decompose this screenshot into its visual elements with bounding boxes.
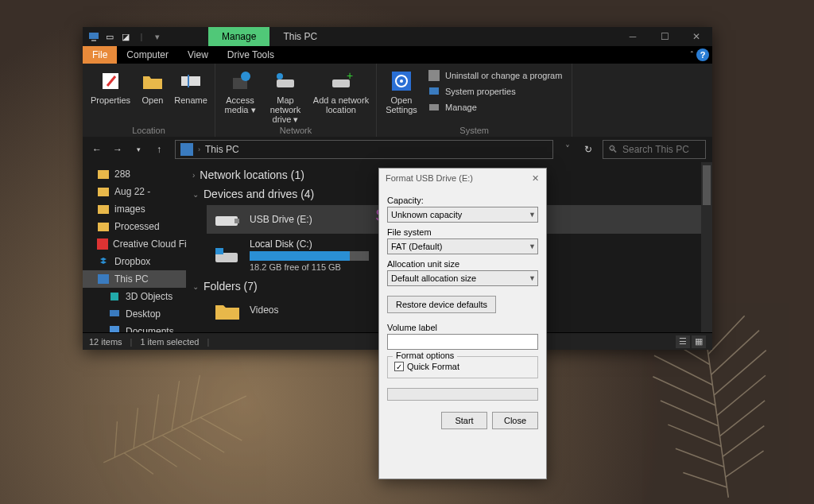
group-label: System [383,124,565,135]
svg-text:+: + [347,72,353,82]
volume-label-input[interactable] [387,334,538,350]
open-settings-button[interactable]: Open Settings [383,67,420,114]
filesystem-label: File system [387,227,538,237]
sidebar: 288Aug 22 -imagesProcessedCreative Cloud… [83,162,186,332]
chevron-right-icon: › [192,171,195,180]
collapse-ribbon-icon[interactable]: ˆ [691,51,693,60]
icons-view-button[interactable]: ▦ [692,335,706,348]
svg-rect-14 [428,70,440,81]
maximize-button[interactable]: ☐ [649,27,680,46]
sidebar-item-3d-objects[interactable]: 3D Objects [83,288,186,305]
sidebar-item-processed[interactable]: Processed [83,218,186,235]
start-button[interactable]: Start [441,412,487,429]
svg-rect-20 [215,216,238,226]
checkbox-icon[interactable]: ◪ [119,30,132,43]
address-path[interactable]: This PC [205,144,239,155]
capacity-label: Capacity: [387,196,538,205]
refresh-button[interactable]: ↻ [579,140,598,159]
manage-tab[interactable]: Manage [208,27,269,46]
chevron-right-icon: › [198,145,200,153]
pc-icon[interactable] [87,30,100,43]
details-view-button[interactable]: ☰ [676,335,690,348]
close-button[interactable]: ✕ [527,170,543,186]
sidebar-item-this-pc[interactable]: This PC [83,270,186,288]
allocation-label: Allocation unit size [387,259,538,269]
add-network-location-button[interactable]: + Add a network location [312,67,370,114]
filesystem-select[interactable]: FAT (Default)▼ [387,238,538,254]
status-item-count: 12 items [89,337,122,347]
sidebar-item-label: Documents [126,326,174,332]
chevron-down-icon: ⌄ [192,282,199,291]
3d-icon [108,290,121,303]
pc-icon [97,273,110,285]
usb-drive-icon [213,208,242,231]
chevron-down-icon: ▼ [529,211,536,219]
drive-tools-menu[interactable]: Drive Tools [218,46,284,64]
address-bar[interactable]: › This PC [175,140,553,159]
system-properties-button[interactable]: System properties [424,84,565,99]
sidebar-item-label: This PC [114,273,149,285]
quick-format-checkbox[interactable]: ✓ Quick Format [394,362,531,371]
back-button[interactable]: ← [89,142,105,157]
view-menu[interactable]: View [178,46,218,64]
sidebar-item-creative-cloud-fil[interactable]: Creative Cloud Fil [83,235,186,253]
open-button[interactable]: Open [137,67,169,105]
svg-rect-21 [235,219,239,223]
dropdown-icon[interactable]: ▾ [151,30,164,43]
capacity-select[interactable]: Unknown capacity▼ [387,207,538,223]
uninstall-program-button[interactable]: Uninstall or change a program [424,68,565,83]
allocation-select[interactable]: Default allocation size▼ [387,270,538,286]
forward-button[interactable]: → [110,142,126,157]
scrollbar-thumb[interactable] [703,165,711,205]
folder-icon [97,203,110,215]
map-drive-button[interactable]: Map network drive ▾ [263,67,308,124]
sidebar-item-label: Aug 22 - [114,186,150,197]
group-label: Network [222,124,370,135]
search-box[interactable]: 🔍︎ [603,140,706,159]
folder-icon [213,299,242,321]
recent-dropdown[interactable]: ▾ [130,142,146,157]
format-options-group: Format options ✓ Quick Format [387,356,538,378]
file-menu[interactable]: File [83,46,117,64]
folder-label: Videos [250,304,278,316]
divider-icon: | [135,30,148,43]
search-icon: 🔍︎ [608,144,618,155]
sidebar-item-dropbox[interactable]: Dropbox [83,253,186,270]
titlebar[interactable]: ▭ ◪ | ▾ Manage This PC ─ ☐ ✕ [83,27,712,46]
desktop-icon [108,308,121,320]
local-disk-icon [213,244,242,266]
sidebar-item-documents[interactable]: Documents [83,323,186,332]
sidebar-item-aug-22-[interactable]: Aug 22 - [83,183,186,200]
folder-icon [97,168,110,180]
close-button[interactable]: Close [492,412,538,429]
sidebar-item-desktop[interactable]: Desktop [83,305,186,323]
sidebar-item-images[interactable]: images [83,200,186,218]
access-media-button[interactable]: Access media ▾ [222,67,258,114]
folder-icon [97,220,110,233]
restore-defaults-button[interactable]: Restore device defaults [387,296,496,313]
dialog-titlebar[interactable]: Format USB Drive (E:) ✕ [379,169,546,188]
media-icon [227,68,253,94]
close-button[interactable]: ✕ [680,27,712,46]
drive-free-text: 18.2 GB free of 115 GB [250,262,369,272]
group-label: Location [89,124,208,135]
sidebar-item-288[interactable]: 288 [83,165,186,183]
drive-name: Local Disk (C:) [250,238,369,250]
search-input[interactable] [622,144,700,155]
settings-icon [389,68,414,94]
navigation-bar: ← → ▾ ↑ › This PC ˅ ↻ 🔍︎ [83,137,712,162]
up-button[interactable]: ↑ [151,142,167,157]
system-properties-icon [428,85,440,98]
properties-icon[interactable]: ▭ [103,30,116,43]
minimize-button[interactable]: ─ [617,27,649,46]
rename-button[interactable]: Rename [173,67,208,105]
manage-icon [428,101,440,114]
address-dropdown[interactable]: ˅ [561,144,574,155]
properties-button[interactable]: Properties [89,67,132,105]
uninstall-icon [428,69,440,82]
svg-rect-23 [215,248,223,254]
manage-button[interactable]: Manage [424,100,565,114]
help-icon[interactable]: ? [696,48,709,61]
computer-menu[interactable]: Computer [117,46,178,64]
scrollbar[interactable] [701,162,712,332]
